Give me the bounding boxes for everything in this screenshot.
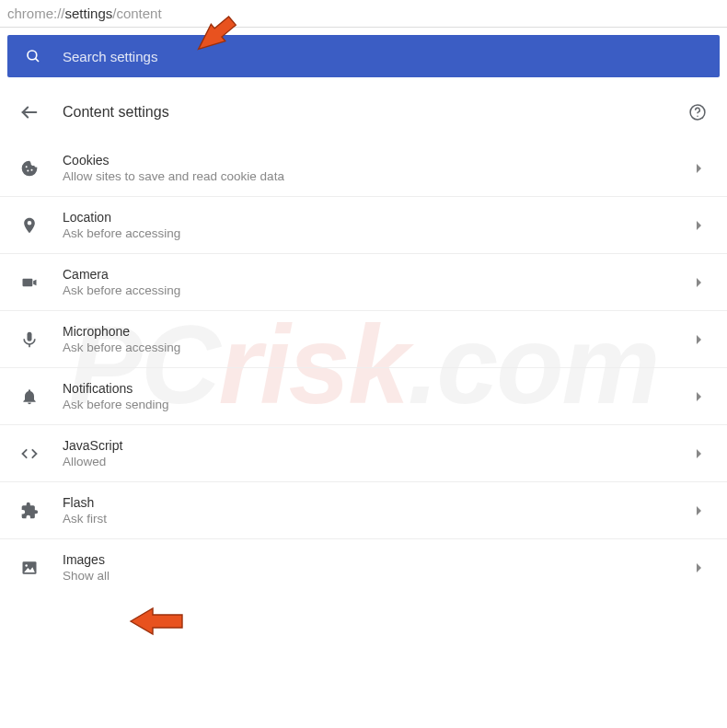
search-banner[interactable]: [7, 35, 720, 77]
chevron-right-icon: [696, 391, 705, 402]
item-title: Notifications: [63, 381, 674, 396]
item-subtitle: Show all: [63, 569, 674, 583]
item-subtitle: Allow sites to save and read cookie data: [63, 169, 674, 183]
item-subtitle: Ask before sending: [63, 398, 674, 411]
svg-point-7: [31, 168, 33, 170]
bell-icon: [18, 386, 40, 408]
svg-point-0: [28, 51, 37, 60]
settings-item-flash[interactable]: FlashAsk first: [0, 481, 727, 538]
search-input[interactable]: [63, 49, 705, 64]
extension-icon: [18, 500, 40, 522]
chevron-right-icon: [696, 505, 705, 516]
item-subtitle: Ask first: [63, 512, 674, 526]
page-header: Content settings: [0, 85, 727, 140]
item-title: Camera: [63, 267, 674, 282]
item-title: Microphone: [63, 324, 674, 339]
item-title: Images: [63, 552, 674, 567]
location-icon: [18, 214, 40, 237]
annotation-arrow-icon: [127, 603, 186, 640]
cookie-icon: [18, 157, 40, 179]
page-title: Content settings: [63, 104, 664, 121]
item-subtitle: Ask before accessing: [63, 341, 674, 354]
chevron-right-icon: [696, 448, 705, 459]
chevron-right-icon: [696, 277, 705, 288]
settings-item-camera[interactable]: CameraAsk before accessing: [0, 253, 727, 310]
image-icon: [18, 557, 40, 579]
svg-point-6: [27, 169, 29, 171]
chevron-right-icon: [696, 562, 705, 573]
svg-point-10: [25, 564, 28, 567]
camera-icon: [18, 272, 40, 294]
settings-item-javascript[interactable]: JavaScriptAllowed: [0, 424, 727, 481]
settings-item-cookies[interactable]: CookiesAllow sites to save and read cook…: [0, 140, 727, 196]
item-subtitle: Allowed: [63, 455, 674, 468]
item-subtitle: Ask before accessing: [63, 283, 674, 297]
help-icon[interactable]: [687, 101, 709, 123]
back-icon[interactable]: [18, 101, 40, 123]
svg-point-4: [697, 115, 698, 117]
settings-item-images[interactable]: ImagesShow all: [0, 538, 727, 595]
settings-item-microphone[interactable]: MicrophoneAsk before accessing: [0, 310, 727, 367]
chevron-right-icon: [696, 163, 705, 174]
microphone-icon: [18, 329, 40, 351]
address-bar[interactable]: chrome://settings/content: [0, 0, 727, 28]
item-title: Flash: [63, 495, 674, 510]
settings-item-location[interactable]: LocationAsk before accessing: [0, 196, 727, 253]
item-subtitle: Ask before accessing: [63, 226, 674, 240]
url-host: settings: [65, 6, 113, 21]
item-title: JavaScript: [63, 438, 674, 453]
svg-line-1: [35, 58, 39, 62]
code-icon: [18, 443, 40, 465]
svg-point-5: [26, 166, 28, 168]
item-title: Location: [63, 210, 674, 225]
chevron-right-icon: [696, 220, 705, 231]
settings-list: CookiesAllow sites to save and read cook…: [0, 140, 727, 595]
chevron-right-icon: [696, 334, 705, 345]
url-path: /content: [112, 6, 161, 21]
settings-item-notifications[interactable]: NotificationsAsk before sending: [0, 367, 727, 424]
item-title: Cookies: [63, 153, 674, 168]
url-prefix: chrome://: [7, 6, 65, 21]
search-icon: [22, 45, 44, 67]
